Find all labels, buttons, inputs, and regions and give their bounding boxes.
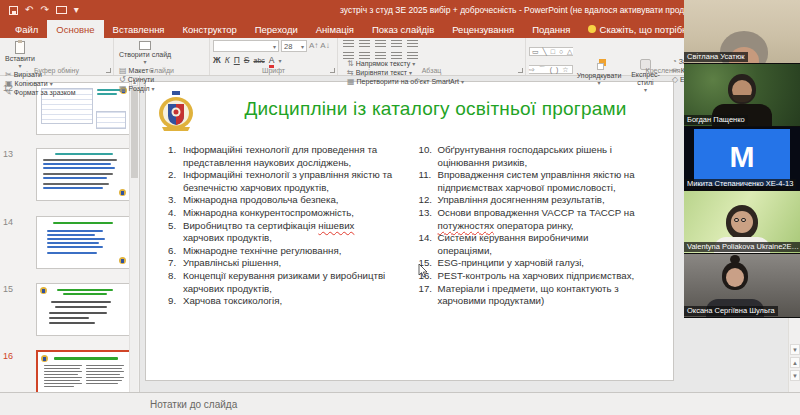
quick-styles-button[interactable]: Експрес-стилі▾ xyxy=(626,58,666,95)
smartart-icon: ▦ xyxy=(347,78,355,86)
format-painter-button[interactable]: ✎Формат за зразком xyxy=(5,89,76,97)
notes-placeholder: Нотатки до слайда xyxy=(150,399,237,410)
screen: ↶ ↷ ▾ зустріч з студ ЗЕ 2025 вибір + доб… xyxy=(0,0,800,415)
list-item[interactable]: 11.Впровадження систем управління якістю… xyxy=(419,169,666,194)
glasses-icon xyxy=(734,218,746,222)
shrink-font-icon[interactable]: А↓ xyxy=(320,42,329,50)
participant-video-1[interactable]: Світлана Усатюк xyxy=(684,0,800,64)
list-item[interactable]: 17.Матеріали і предмети, що контактують … xyxy=(419,283,666,308)
numbering-icon[interactable] xyxy=(359,40,370,48)
tab-slideshow[interactable]: Показ слайдів xyxy=(363,20,443,38)
reset-icon: ↺ xyxy=(119,76,126,84)
ribbon-tabs: Файл Основне Вставлення Конструктор Пере… xyxy=(0,20,800,38)
list-item[interactable]: 15.ESG-принципи у харчовій галузі, xyxy=(419,257,666,270)
start-slideshow-icon[interactable] xyxy=(56,6,67,14)
font-size-combo[interactable]: 28▾ xyxy=(281,40,307,52)
window-title: зустріч з студ ЗЕ 2025 вибір + доброчесн… xyxy=(340,5,699,15)
list-item[interactable]: 16.PEST-контроль на харчових підприємств… xyxy=(419,270,666,283)
thumbnail-slide-14[interactable] xyxy=(36,216,131,269)
new-slide-icon xyxy=(139,41,151,50)
participant-initial: M xyxy=(694,129,790,186)
group-font: ▾ 28▾ А↑ А↓ Ж К П S abc А ▾ Шрифт xyxy=(210,38,338,75)
align-center-icon[interactable] xyxy=(359,52,370,60)
group-slides: Створити слайд▾ ▤Макет▾ ↺Скинути ▦Розділ… xyxy=(114,38,210,75)
slide-body: 1.Інформаційні технології для проведення… xyxy=(168,144,665,308)
format-painter-icon: ✎ xyxy=(5,89,12,97)
slide-list-right[interactable]: 10.Обґрунтування господарських рішень і … xyxy=(419,144,666,308)
thumbnail-slide-13[interactable] xyxy=(36,148,131,201)
previous-slide-icon[interactable]: ▲ xyxy=(790,357,800,368)
list-item[interactable]: 8.Концепції керування ризиками у виробни… xyxy=(168,270,415,295)
list-item[interactable]: 2.Інформаційні технології з управління я… xyxy=(168,169,415,194)
slide-canvas[interactable]: Дисципліни із каталогу освітньої програм… xyxy=(146,82,673,380)
list-item[interactable]: 1.Інформаційні технології для проведення… xyxy=(168,144,415,169)
undo-icon[interactable]: ↶ xyxy=(25,5,33,15)
italic-button[interactable]: К xyxy=(225,55,230,65)
justify-icon[interactable] xyxy=(391,52,402,60)
list-item[interactable]: 10.Обґрунтування господарських рішень і … xyxy=(419,144,666,169)
columns-icon[interactable] xyxy=(407,52,418,60)
list-item[interactable]: 4.Міжнародна конкурентоспроможність, xyxy=(168,207,415,220)
bullets-icon[interactable] xyxy=(343,40,354,48)
new-slide-button[interactable]: Створити слайд▾ xyxy=(117,40,173,67)
list-item[interactable]: 5.Виробництво та сертифікація нішевих ха… xyxy=(168,220,415,245)
copy-button[interactable]: ▣Копіювати▾ xyxy=(5,80,76,88)
list-item[interactable]: 7.Управлінські рішення, xyxy=(168,257,415,270)
paste-icon xyxy=(15,41,25,54)
customize-qat-icon[interactable]: ▾ xyxy=(74,5,79,15)
participant-video-4[interactable]: Valentyna Poliakova Ukraine2E… xyxy=(684,191,800,255)
list-item[interactable]: 6.Міжнародне технічне регулювання, xyxy=(168,245,415,258)
increase-indent-icon[interactable] xyxy=(391,40,402,48)
scroll-down-icon[interactable]: ▼ xyxy=(790,344,800,355)
redo-icon[interactable]: ↷ xyxy=(40,5,48,15)
font-name-combo[interactable]: ▾ xyxy=(213,40,279,52)
tab-review[interactable]: Рецензування xyxy=(443,20,523,38)
list-item[interactable]: 13.Основи впровадження VACCP та TACCP на… xyxy=(419,207,666,232)
decrease-indent-icon[interactable] xyxy=(375,40,386,48)
bold-button[interactable]: Ж xyxy=(213,55,221,65)
tab-home[interactable]: Основне xyxy=(47,20,103,38)
strikethrough-button[interactable]: S xyxy=(244,55,250,65)
list-item[interactable]: 12.Управління досягненням результатів, xyxy=(419,194,666,207)
smartart-button[interactable]: ▦Перетворити на об'єкт SmartArt▾ xyxy=(347,78,464,86)
section-button[interactable]: ▦Розділ▾ xyxy=(119,85,155,93)
tab-view[interactable]: Подання xyxy=(523,20,579,38)
slide-number: 13 xyxy=(3,149,29,159)
notes-panel[interactable]: Нотатки до слайда xyxy=(0,392,800,415)
participant-name: Світлана Усатюк xyxy=(684,52,748,62)
tab-insert[interactable]: Вставлення xyxy=(104,20,174,38)
tab-file[interactable]: Файл xyxy=(6,20,47,38)
next-slide-icon[interactable]: ▼ xyxy=(790,370,800,381)
clear-formatting-button[interactable]: abc xyxy=(253,57,264,64)
group-clipboard: Вставити▾ ✂Вирізати ▣Копіювати▾ ✎Формат … xyxy=(0,38,114,75)
participant-video-2[interactable]: Богдан Пащенко xyxy=(684,64,800,128)
slide-number: 15 xyxy=(3,284,29,294)
list-item[interactable]: 9.Харчова токсикологія, xyxy=(168,295,415,308)
participant-video-3[interactable]: M Микита Степаниченко ХЕ-4-13 xyxy=(684,127,800,191)
slide-list-left[interactable]: 1.Інформаційні технології для проведення… xyxy=(168,144,415,308)
align-right-icon[interactable] xyxy=(375,52,386,60)
lightbulb-icon xyxy=(588,25,596,33)
workspace: 12 13 14 xyxy=(0,76,800,392)
tab-transitions[interactable]: Переходи xyxy=(246,20,307,38)
font-color-caret[interactable]: ▾ xyxy=(278,57,281,64)
thumbnail-slide-15[interactable] xyxy=(36,283,131,336)
save-icon[interactable] xyxy=(9,6,18,15)
list-item[interactable]: 3.Міжнародна продовольча безпека, xyxy=(168,194,415,207)
line-spacing-icon[interactable] xyxy=(407,40,418,48)
slide-thumbnail-panel: 12 13 14 xyxy=(0,76,140,392)
thumbnail-scrollbar[interactable]: ▲ xyxy=(129,76,138,392)
underline-button[interactable]: П xyxy=(234,55,240,65)
participant-video-5[interactable]: Оксана Сергіївна Шульга xyxy=(684,254,800,318)
list-item[interactable]: 14.Системи керування виробничими операці… xyxy=(419,232,666,257)
slide-title[interactable]: Дисципліни із каталогу освітньої програм… xyxy=(204,98,667,120)
participant-name: Оксана Сергіївна Шульга xyxy=(684,306,778,316)
participant-name: Микита Степаниченко ХЕ-4-13 xyxy=(684,179,796,189)
tab-animations[interactable]: Анімація xyxy=(307,20,363,38)
group-paragraph: ⇅Напрямок тексту▾ ⇆Вирівняти текст▾ ▦Пер… xyxy=(338,38,526,75)
grow-font-icon[interactable]: А↑ xyxy=(309,42,318,50)
tab-design[interactable]: Конструктор xyxy=(174,20,246,38)
reset-button[interactable]: ↺Скинути xyxy=(119,76,155,84)
quick-access-toolbar: ↶ ↷ ▾ xyxy=(0,5,79,15)
shape-fill-icon: ◔ xyxy=(672,58,677,66)
